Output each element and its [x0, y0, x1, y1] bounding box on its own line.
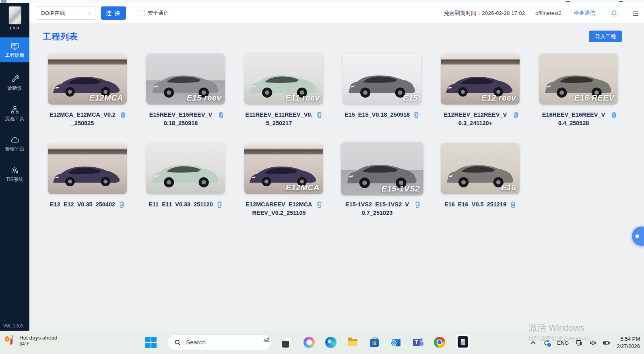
- task-view-icon[interactable]: [282, 337, 293, 348]
- project-card-image[interactable]: [146, 143, 225, 194]
- chrome-icon[interactable]: [434, 337, 445, 348]
- delete-project-button[interactable]: [316, 111, 322, 119]
- app-window: ∧SD 工程诊断 诊断仪 流程工具 管理平台 TIS系统: [0, 0, 644, 354]
- microsoft-store-icon[interactable]: [369, 337, 380, 348]
- secure-comm-checkbox[interactable]: [139, 10, 145, 16]
- project-card-image[interactable]: E16 REEV: [539, 54, 618, 105]
- project-name: E16_E16_V0.5_251219: [444, 200, 506, 209]
- car-model-overlay-label: E15: [403, 93, 418, 103]
- project-card-image[interactable]: E15 reev: [146, 54, 225, 105]
- connect-button[interactable]: 连 接: [101, 6, 126, 20]
- clock[interactable]: 5:54 PM 2/27/2026: [617, 335, 640, 350]
- minimize-control-mark[interactable]: [566, 1, 570, 2]
- sidebar-item-label: 工程诊断: [5, 53, 25, 58]
- battery-icon[interactable]: [603, 340, 610, 346]
- project-name: E12MCA_E12MCA_V0.2_250825: [49, 111, 116, 128]
- delete-project-button[interactable]: [510, 201, 516, 209]
- outlook-icon[interactable]: O: [390, 337, 402, 348]
- main-header: 工程列表 导入工程: [29, 23, 644, 42]
- project-card: E16 E16_E16_V0.5_251219: [441, 143, 520, 218]
- trash-icon: [413, 111, 419, 118]
- copilot-icon[interactable]: [303, 337, 315, 348]
- delete-project-button[interactable]: [120, 111, 126, 119]
- project-card: E12MCA E12MCAREEV_E12MCAREEV_V0.2_251105: [244, 143, 323, 218]
- project-card-image[interactable]: E12MCA: [48, 54, 127, 105]
- project-card: E16 REEV E16REEV_E16REEV_V0.4_250528: [539, 54, 618, 128]
- project-name: E12REEV_E12REEV_V0.3_241120+: [442, 111, 509, 128]
- delete-project-button[interactable]: [316, 201, 322, 209]
- sidebar-item-tis-system[interactable]: TIS系统: [0, 162, 29, 187]
- maximize-control-mark[interactable]: [619, 1, 623, 2]
- sync-status-icon[interactable]: [543, 340, 550, 346]
- main-content: 工程列表 导入工程 E12MCA E12MCA_E12MC: [29, 23, 644, 331]
- search-bear-image: [263, 336, 270, 343]
- project-card-image[interactable]: E12MCA: [244, 143, 323, 194]
- import-project-button[interactable]: 导入工程: [589, 31, 622, 42]
- project-name: E15REEV_E15REEV_V0.18_250918: [147, 111, 215, 128]
- project-name: E15-1VS2_E15-1VS2_V0.7_251023: [343, 200, 411, 218]
- sidebar-item-flow-tools[interactable]: 流程工具: [0, 101, 29, 126]
- project-card: E12 reev E12REEV_E12REEV_V0.3_241120+: [441, 54, 520, 128]
- project-card-image[interactable]: E15: [343, 54, 421, 105]
- delete-project-button[interactable]: [513, 111, 519, 119]
- delete-project-button[interactable]: [119, 201, 125, 209]
- delete-project-button[interactable]: [218, 111, 224, 119]
- delete-project-button[interactable]: [611, 111, 617, 119]
- car-image-sedan: [51, 154, 124, 193]
- car-image-suv: [149, 154, 222, 193]
- page-title: 工程列表: [43, 31, 78, 42]
- trash-icon: [510, 201, 516, 208]
- project-card-image[interactable]: [48, 143, 127, 194]
- car-model-overlay-label: E16: [501, 183, 516, 192]
- password-free-expiry: 免密到期时间：2026-02-28 17:02: [444, 10, 525, 17]
- connection-mode-value: DOIP在线: [41, 10, 65, 17]
- project-card: E15-1VS2 E15-1VS2_E15-1VS2_V0.7_251023: [343, 143, 421, 218]
- collapse-menu-icon[interactable]: [632, 10, 639, 16]
- gear-icon: [10, 166, 19, 175]
- project-name: E11REEV_E11REEV_V0.5_250217: [245, 111, 313, 128]
- project-card-image[interactable]: E16: [441, 143, 520, 194]
- project-name: E12MCAREEV_E12MCAREEV_V0.2_251105: [245, 200, 313, 218]
- delete-project-button[interactable]: [413, 111, 419, 119]
- trash-icon: [415, 201, 421, 208]
- project-card-image[interactable]: E15-1VS2: [341, 142, 423, 196]
- trash-icon: [316, 111, 322, 118]
- project-card-image[interactable]: E12 reev: [441, 54, 520, 105]
- weather-widget[interactable]: Hot days ahead 84°F: [5, 334, 58, 348]
- trash-icon: [120, 111, 126, 118]
- tray-time: 5:54 PM: [617, 335, 640, 343]
- edge-browser-icon[interactable]: [325, 337, 336, 348]
- delete-project-button[interactable]: [415, 201, 421, 209]
- project-card: E12MCA E12MCA_E12MCA_V0.2_250825: [48, 54, 127, 128]
- network-ethernet-icon[interactable]: [576, 340, 582, 346]
- language-indicator[interactable]: ENG: [557, 340, 569, 346]
- trash-icon: [217, 201, 223, 208]
- volume-icon[interactable]: [589, 340, 596, 346]
- asd-app-taskbar-icon-active[interactable]: [456, 334, 470, 350]
- teams-icon[interactable]: T: [412, 337, 423, 348]
- car-model-overlay-label: E16 REEV: [574, 93, 614, 103]
- search-box[interactable]: Search: [167, 334, 271, 350]
- project-card: E15 E15_E15_V0.18_250918: [343, 54, 421, 128]
- sidebar-item-project-diagnosis[interactable]: 工程诊断: [0, 37, 29, 62]
- window-title-strip: [0, 0, 644, 3]
- trash-icon: [513, 111, 519, 118]
- project-card: E11 reev E11REEV_E11REEV_V0.5_250217: [244, 54, 323, 128]
- check-communication-link[interactable]: 检查通信: [574, 10, 595, 17]
- notification-bell-icon[interactable]: [611, 10, 617, 17]
- weather-headline: Hot days ahead: [19, 335, 58, 341]
- sidebar-item-management-platform[interactable]: 管理平台: [0, 131, 29, 156]
- trash-icon: [218, 111, 224, 118]
- sidebar-item-diagnostic-tool[interactable]: 诊断仪: [0, 70, 29, 95]
- project-grid: E12MCA E12MCA_E12MCA_V0.2_250825: [29, 42, 644, 218]
- tray-chevron-up-icon[interactable]: [530, 340, 537, 346]
- delete-project-button[interactable]: [217, 201, 223, 209]
- sidebar: ∧SD 工程诊断 诊断仪 流程工具 管理平台 TIS系统: [0, 3, 29, 331]
- connection-mode-select[interactable]: DOIP在线 ∨: [36, 6, 95, 20]
- search-placeholder: Search: [186, 339, 206, 346]
- project-card-image[interactable]: E11 reev: [244, 54, 323, 105]
- file-explorer-icon[interactable]: [347, 337, 358, 348]
- system-tray: ENG 5:54 PM 2/27/2026: [530, 331, 640, 354]
- start-button[interactable]: [145, 336, 157, 348]
- sidebar-item-label: 管理平台: [5, 146, 25, 152]
